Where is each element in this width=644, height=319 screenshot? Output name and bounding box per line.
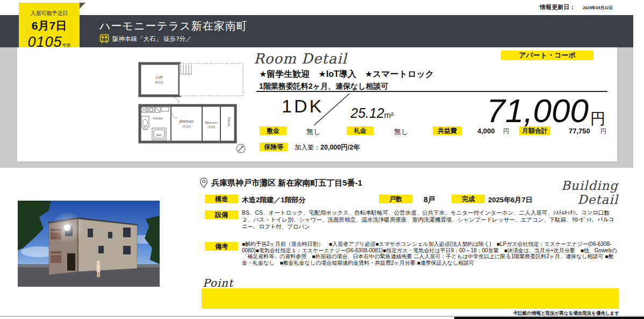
completion-value: 2025年6月7日 (488, 195, 532, 205)
building-photo (18, 201, 160, 287)
building-name: ハーモニーテラス新在家南町 (99, 19, 248, 33)
floorplan-balcony-label: Balcony (227, 117, 231, 127)
room-area-value: 25.12 (350, 105, 384, 120)
floorplan-bedroom2-label: Bedroom (205, 121, 218, 124)
completion-label: 完成 (452, 195, 485, 203)
floorplan-image: Loft (6.3J) Kitchen Toilet Bath Bedroom … (134, 59, 248, 159)
update-date-label: 情報更新日： (540, 3, 575, 11)
room-detail-title: Room Detail (254, 51, 347, 67)
layout-slash (311, 90, 353, 128)
rent-unit: 円 (590, 109, 605, 129)
insurance-amount: 20,000円/2年 (320, 144, 360, 151)
structure-label: 構造 (205, 195, 238, 203)
header-bar: ハーモニーテラス新在家南町 阪神本線「大石」 徒歩7分／ (0, 15, 633, 47)
train-icon (99, 34, 109, 44)
insurance-label: 保険等 (260, 143, 288, 151)
move-in-date: 6月7日 (19, 18, 80, 33)
update-date-value: 2025年05月22日 (583, 5, 613, 11)
insurance-value: 加入要：20,000円/2年 (295, 143, 360, 152)
fee-label-common: 共益費 (433, 126, 462, 135)
move-in-label: 入居可能予定日 (19, 10, 80, 17)
room-features: ★留学生歓迎 ★IoT導入 ★スマートロック (259, 69, 434, 80)
room-area-unit: m² (384, 110, 394, 119)
fee-label-key-money: 礼金 (347, 126, 374, 135)
fee-value-common: 4,000 (477, 127, 495, 135)
category-badge: アパート・コーポ (501, 51, 593, 60)
floorplan-loft-size: (6.3J) (155, 81, 163, 84)
room-area: 25.12m² (350, 105, 393, 121)
footer-black-bar (454, 317, 644, 319)
access-info: 阪神本線「大石」 徒歩7分／ (99, 34, 192, 44)
floorplan-kitchen-label: Kitchen (153, 117, 163, 120)
floorplan-bath-label: Bath (156, 134, 162, 137)
rent-amount: 71,000 (454, 91, 589, 130)
fee-label-deposit: 敷金 (260, 126, 287, 135)
fee-label-monthly-total: 月額合計 (519, 126, 550, 135)
structure-value: 木造2階建／1階部分 (242, 195, 305, 205)
units-label: 戸数 (379, 195, 412, 203)
ribbon-fold (80, 3, 85, 9)
floorplan-loft-label: Loft (156, 75, 163, 79)
fee-unit-common: 円 (503, 127, 509, 136)
fee-unit-monthly-total: 円 (600, 127, 606, 136)
fee-value-monthly-total: 77,750 (569, 127, 590, 135)
equipment-value: BS、CS、オートロック、宅配用ボックス、自転車駐輪可、公営水道、公共下水、モニ… (242, 209, 619, 230)
point-box (202, 288, 619, 309)
floorplan-bedroom2-size: (3.0J) (207, 125, 215, 129)
insurance-prefix: 加入要： (295, 144, 320, 151)
building-detail-title: Building Detail (529, 179, 618, 207)
map-pin-icon (199, 178, 208, 188)
remarks-label: 備考 (205, 242, 238, 251)
building-address: 兵庫県神戸市灘区 新在家南町五丁目5番-1 (211, 178, 362, 188)
units-value: 8戸 (424, 195, 435, 205)
equipment-label: 設備 (205, 210, 238, 219)
fee-value-deposit: 無し (306, 127, 320, 137)
floorplan-bedroom1-size: (5.2J) (182, 125, 190, 128)
fee-value-key-money: 無し (394, 127, 408, 137)
floorplan-bedroom1-label: Bedroom (180, 119, 194, 123)
point-title: Point (203, 277, 233, 289)
update-info: 情報更新日： 2025年05月22日 (540, 3, 613, 11)
floorplan-toilet-label: Toilet (142, 128, 148, 131)
property-flyer: 情報更新日： 2025年05月22日 ハーモニーテラス新在家南町 阪神本線「大石… (0, 0, 644, 319)
access-text: 阪神本線「大石」 徒歩7分／ (112, 35, 192, 43)
remarks-value: ■解約予告2ヶ月前（退去時日割） ■入居者アプリ必須■スマサポコンシェル加入必須… (242, 241, 621, 266)
